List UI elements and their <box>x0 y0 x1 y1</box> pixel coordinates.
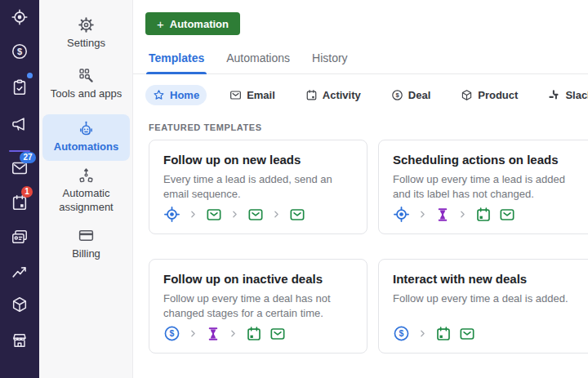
nav-deals-currency-icon[interactable]: $ <box>11 42 29 60</box>
assignment-split-icon <box>78 167 95 184</box>
tools-icon <box>78 67 95 84</box>
sidebar-item-label: Settings <box>46 36 127 50</box>
tab-templates[interactable]: Templates <box>149 51 204 73</box>
notification-dot <box>27 73 33 78</box>
calendar-icon <box>435 326 452 342</box>
tab-automations[interactable]: Automations <box>226 51 290 73</box>
activities-badge: 1 <box>21 186 33 198</box>
deal-icon: $ <box>163 325 180 342</box>
nav-insights-chart-icon[interactable] <box>11 262 29 280</box>
card-description: Follow up every time a deal has not chan… <box>163 291 353 321</box>
tab-history[interactable]: History <box>312 51 348 73</box>
deal-icon: $ <box>393 325 410 342</box>
automation-flow-icons: $ <box>163 325 353 342</box>
filter-label: Slack <box>565 89 588 101</box>
nav-mail-envelope-icon[interactable]: 27 <box>11 159 29 177</box>
package-icon <box>461 89 473 101</box>
chevron-icon <box>188 328 198 339</box>
filter-label: Activity <box>323 89 361 101</box>
wait-icon <box>206 327 220 341</box>
filter-label: Product <box>478 89 518 101</box>
filter-activity[interactable]: Activity <box>298 85 368 105</box>
template-card-scheduling-actions-leads[interactable]: Scheduling actions on leads Follow up ev… <box>378 140 588 234</box>
nav-marketplace-storefront-icon[interactable] <box>11 331 29 349</box>
chevron-icon <box>457 209 468 220</box>
template-card-follow-up-new-leads[interactable]: Follow up on new leads Every time a lead… <box>149 140 368 234</box>
calendar-icon <box>475 207 492 223</box>
sidebar-item-settings[interactable]: Settings <box>39 16 133 50</box>
nav-contacts-card-icon[interactable] <box>11 228 29 246</box>
template-card-interact-new-deals[interactable]: Interact with new deals Follow up every … <box>378 259 588 354</box>
filter-product[interactable]: Product <box>453 85 525 105</box>
sidebar-item-label: Automatic assignment <box>46 186 127 214</box>
svg-text:$: $ <box>17 47 22 56</box>
calendar-icon <box>305 89 318 101</box>
filter-label: Deal <box>408 89 430 101</box>
mail-unread-badge: 27 <box>20 152 36 163</box>
tab-bar: Templates Automations History <box>133 51 588 74</box>
mail-icon <box>247 207 264 223</box>
robot-icon <box>78 120 95 137</box>
sidebar-item-label: Automations <box>46 140 127 153</box>
template-card-grid: Follow up on new leads Every time a lead… <box>149 140 588 354</box>
nav-projects-clipboard-check-icon[interactable] <box>11 78 29 96</box>
mail-icon <box>270 326 286 342</box>
mail-icon <box>499 207 515 223</box>
svg-text:$: $ <box>170 328 175 338</box>
automation-flow-icons <box>393 206 582 223</box>
filter-slack[interactable]: Slack <box>541 85 588 105</box>
automation-flow-icons: $ <box>393 325 582 342</box>
automation-flow-icons <box>163 206 353 223</box>
lead-icon <box>163 206 180 223</box>
chevron-icon <box>417 209 428 220</box>
nav-leads-target-icon[interactable] <box>11 8 29 26</box>
chevron-icon <box>188 209 198 220</box>
calendar-icon <box>246 326 262 342</box>
svg-text:$: $ <box>395 91 399 99</box>
sidebar-item-tools-and-apps[interactable]: Tools and apps <box>39 67 133 100</box>
card-description: Follow up every time a lead is added and… <box>393 172 582 202</box>
add-automation-label: Automation <box>170 18 229 30</box>
filter-deal[interactable]: $ Deal <box>384 85 438 105</box>
star-icon <box>153 89 165 101</box>
lead-icon <box>393 206 410 223</box>
card-description: Every time a lead is added, send an emai… <box>163 172 353 202</box>
filter-home[interactable]: Home <box>145 85 207 105</box>
settings-sidebar: Settings Tools and apps Automations <box>39 0 133 378</box>
sidebar-item-automations[interactable]: Automations <box>42 114 130 161</box>
envelope-icon <box>229 89 242 101</box>
credit-card-icon <box>78 227 95 244</box>
chevron-icon <box>228 328 238 339</box>
gear-icon <box>78 16 95 33</box>
nav-campaigns-megaphone-icon[interactable] <box>11 115 29 133</box>
filter-label: Email <box>247 89 275 101</box>
card-description: Follow up every time a deal is added. <box>393 291 582 306</box>
chevron-icon <box>271 209 282 220</box>
mail-icon <box>289 207 305 223</box>
card-title: Interact with new deals <box>393 272 582 286</box>
card-title: Follow up on inactive deals <box>163 272 353 286</box>
deal-dollar-icon: $ <box>391 89 403 101</box>
sidebar-item-billing[interactable]: Billing <box>39 227 133 260</box>
filter-bar: Home Email Activity $ Deal <box>145 84 588 106</box>
sidebar-item-automatic-assignment[interactable]: Automatic assignment <box>39 167 133 214</box>
nav-products-package-icon[interactable] <box>11 296 29 314</box>
card-title: Follow up on new leads <box>163 153 353 167</box>
plus-icon: + <box>157 18 164 30</box>
main-content: + Automation Templates Automations Histo… <box>133 0 588 378</box>
filter-email[interactable]: Email <box>222 85 283 105</box>
chevron-icon <box>229 209 240 220</box>
svg-text:$: $ <box>399 328 404 338</box>
mail-icon <box>459 326 475 342</box>
chevron-icon <box>417 328 428 339</box>
sidebar-item-label: Billing <box>46 247 127 260</box>
mail-icon <box>206 207 222 223</box>
slack-icon <box>548 89 560 101</box>
primary-sidebar: $ 27 1 <box>0 0 39 378</box>
add-automation-button[interactable]: + Automation <box>145 12 240 35</box>
card-title: Scheduling actions on leads <box>393 153 582 167</box>
nav-activities-calendar-icon[interactable]: 1 <box>11 193 29 211</box>
template-card-follow-up-inactive-deals[interactable]: Follow up on inactive deals Follow up ev… <box>149 259 368 354</box>
featured-templates-heading: FEATURED TEMPLATES <box>149 122 262 132</box>
filter-label: Home <box>170 89 199 101</box>
